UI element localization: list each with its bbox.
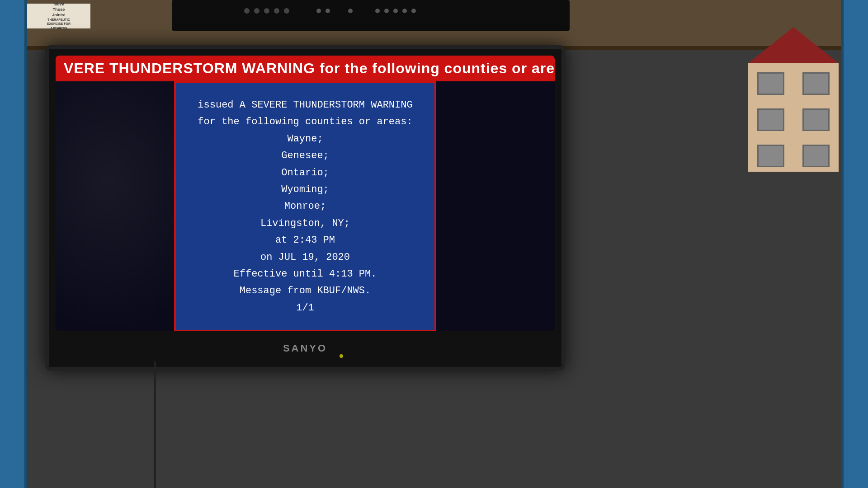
house-window-6 — [802, 145, 830, 167]
vhs-label-line1: Move — [53, 2, 64, 7]
alert-source: Message from KBUF/NWS. — [194, 282, 416, 299]
house-window-2 — [802, 72, 830, 95]
house-window-1 — [757, 72, 784, 95]
tv-screen: VERE THUNDERSTORM WARNING for the follow… — [56, 56, 555, 331]
vhs-label-line3: Joints! — [52, 13, 66, 18]
warning-banner-text: VERE THUNDERSTORM WARNING for the follow… — [64, 60, 555, 76]
alert-county-2: Genesee; — [194, 147, 416, 164]
vcr-button — [326, 9, 330, 13]
shelf-top: Move Those Joints! THERAPEUTIC EXERCISE … — [0, 0, 868, 50]
alert-county-5: Monroe; — [194, 198, 416, 215]
alert-time: at 2:43 PM — [194, 232, 416, 249]
house-window-5 — [757, 145, 784, 167]
cable-wire — [154, 361, 156, 488]
alert-county-4: Wyoming; — [194, 181, 416, 198]
vcr-button — [411, 9, 416, 13]
vhs-label-line5: EXERCISE FOR — [47, 22, 71, 26]
vcr-button — [393, 9, 398, 13]
tv-power-light — [340, 354, 343, 358]
vcr-unit — [172, 0, 570, 31]
vcr-button — [284, 8, 289, 14]
vhs-label-line4: THERAPEUTIC — [47, 18, 70, 22]
vcr-button — [402, 9, 407, 13]
alert-line-2: for the following counties or areas: — [194, 113, 416, 130]
vcr-button — [274, 8, 279, 14]
shelf-right-side — [841, 0, 868, 488]
tv-brand-label: SANYO — [283, 343, 327, 354]
alert-county-1: Wayne; — [194, 131, 416, 147]
vhs-label-line2: Those — [53, 7, 65, 13]
alert-box: issued A SEVERE THUNDERSTORM WARNING for… — [174, 81, 436, 331]
vcr-button — [384, 9, 389, 13]
vcr-button — [264, 8, 269, 14]
house-window-3 — [757, 108, 784, 131]
vcr-buttons — [244, 8, 416, 14]
alert-county-6: Livingston, NY; — [194, 215, 416, 232]
tv-screen-content: VERE THUNDERSTORM WARNING for the follow… — [56, 56, 555, 331]
vhs-label: Move Those Joints! THERAPEUTIC EXERCISE … — [27, 4, 90, 28]
vcr-button — [254, 8, 259, 14]
alert-county-3: Ontario; — [194, 164, 416, 181]
tv-unit: VERE THUNDERSTORM WARNING for the follow… — [45, 45, 565, 371]
house-roof — [748, 27, 839, 63]
vcr-button — [244, 8, 250, 14]
house-window-4 — [802, 108, 830, 131]
house-body — [748, 63, 839, 172]
alert-line-1: issued A SEVERE THUNDERSTORM WARNING — [194, 97, 416, 113]
alert-box-text: issued A SEVERE THUNDERSTORM WARNING for… — [194, 97, 416, 316]
shelf-left-side — [0, 0, 27, 488]
alert-content-area: issued A SEVERE THUNDERSTORM WARNING for… — [56, 81, 555, 331]
alert-effective: Effective until 4:13 PM. — [194, 266, 416, 282]
house-decoration — [748, 27, 839, 172]
vcr-button — [316, 9, 321, 13]
alert-page: 1/1 — [194, 300, 416, 316]
warning-banner: VERE THUNDERSTORM WARNING for the follow… — [56, 56, 555, 81]
vcr-button — [348, 9, 353, 13]
alert-date: on JUL 19, 2020 — [194, 249, 416, 266]
vcr-button — [375, 9, 380, 13]
vhs-label-line6: ARTHRITIS — [50, 26, 67, 30]
